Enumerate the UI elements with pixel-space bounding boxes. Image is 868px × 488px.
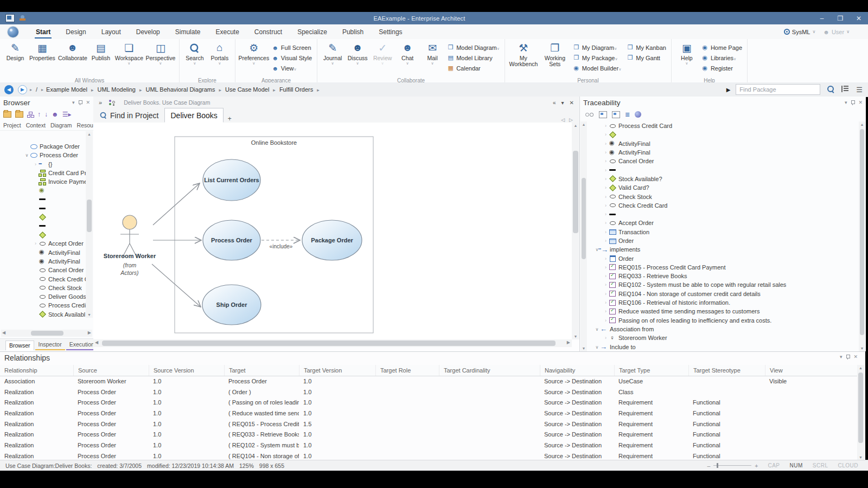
status-toggle[interactable]: CLOUD [838,463,858,468]
scroll-left-icon[interactable]: ◀ [95,340,98,345]
column-header[interactable]: Target Role [375,365,439,376]
expander-icon[interactable] [33,241,39,246]
ribbon-button[interactable]: Perspective [145,40,176,66]
tree-item[interactable]: Process Credit Card [588,121,859,130]
ribbon-tab[interactable]: Settings [371,24,410,39]
scrollbar-thumb[interactable] [582,178,586,259]
expander-icon[interactable] [603,220,609,226]
scroll-left-icon[interactable]: ◀ [2,330,5,335]
scrollbar-thumb[interactable] [573,151,578,233]
close-icon[interactable]: ✕ [858,100,863,105]
ribbon-small-button[interactable]: My Kanban [624,42,668,53]
hierarchy-icon[interactable] [27,112,34,117]
ribbon-small-button[interactable]: Libraries [699,53,744,63]
scroll-up-icon[interactable]: ▲ [857,366,864,370]
tree-item[interactable]: Accept Order [0,239,86,248]
ribbon-button[interactable]: Review [370,40,395,66]
nav-forward-button[interactable]: ▶ [18,85,27,94]
tree-item[interactable]: Storeroom Worker [588,333,859,342]
column-header[interactable]: Navigability [540,365,614,376]
diagram-tab[interactable]: Deliver Books [164,108,223,123]
column-header[interactable]: View [765,365,857,376]
ribbon-small-button[interactable]: Home Page [699,42,744,53]
sphere-icon[interactable] [635,111,641,118]
expander-icon[interactable] [603,291,609,297]
browser-tab[interactable]: Diagram [50,122,72,129]
column-header[interactable]: Target Stereotype [688,365,765,376]
browser-tab[interactable]: Context [26,122,46,129]
tree-item[interactable]: Valid Card? [588,183,859,192]
browser-tab[interactable]: Project [3,122,21,129]
ribbon-button[interactable]: Design [3,40,28,66]
expander-icon[interactable] [603,123,609,129]
column-header[interactable]: Source Version [149,365,224,376]
ribbon-tab[interactable]: Develop [129,24,168,39]
traceability-left-scrollbar[interactable]: ▲ ▼ [580,121,587,351]
tree-item[interactable]: Package Order [0,142,86,151]
ribbon-small-button[interactable]: Full Screen [270,42,314,53]
tree-item[interactable]: Accept Order [588,219,859,227]
ribbon-small-button[interactable]: Model Diagram [445,42,502,53]
collapse-left-icon[interactable]: » [99,99,102,106]
tab-scroll-left-icon[interactable]: ◁ [561,117,565,123]
expander-icon[interactable] [603,194,609,200]
tree-item[interactable] [0,186,86,195]
diagram-view-icon[interactable] [599,111,607,118]
ribbon-button[interactable]: My Workbench [508,40,539,72]
list-menu-icon[interactable]: ☰▸ [62,111,72,118]
tree-item[interactable]: Deliver Goods [0,292,86,301]
tree-item[interactable]: Check Credit C [0,274,86,283]
tree-item[interactable]: REQ106 - Retrieval of historic informati… [588,298,859,307]
tree-item[interactable]: Order [588,236,859,245]
column-header[interactable]: Source [73,365,149,376]
column-header[interactable]: Target Cardinality [439,365,540,376]
zoom-out-button[interactable]: – [707,463,710,469]
breadcrumb-root[interactable]: / [36,86,37,93]
status-toggle[interactable]: CAP [768,463,780,468]
close-button[interactable]: ✕ [850,12,868,24]
expander-icon[interactable] [603,168,609,173]
expander-icon[interactable] [603,318,609,323]
expander-icon[interactable] [603,211,609,217]
column-header[interactable]: Target Type [614,365,688,376]
scroll-down-icon[interactable]: ▼ [859,346,865,350]
tree-item[interactable]: ActivityFinal [0,248,86,257]
breadcrumb-item[interactable]: UML Behavioral Diagrams [146,86,226,93]
close-icon[interactable]: ✕ [570,100,574,106]
table-row[interactable]: RealizationProcess Order1.0( REQ102 - Sy… [0,440,857,451]
expander-icon[interactable] [594,344,600,350]
breadcrumb-item[interactable]: Use Case Model [225,86,279,93]
search-icon[interactable] [827,85,835,94]
tree-item[interactable]: Cancel Order [0,266,86,274]
ribbon-tab[interactable]: Start [28,24,58,39]
table-row[interactable]: RealizationProcess Order1.0( REQ104 - No… [0,451,857,460]
tree-item[interactable]: Check Stock [588,192,859,201]
tree-item[interactable]: Credit Card Pr [0,169,86,177]
diagram-canvas[interactable]: Online Bookstore «include» List Current … [93,123,572,339]
browser-horizontal-scrollbar[interactable]: ◀ ▶ [1,330,92,337]
tab-scroll-right-icon[interactable]: ▷ [569,117,573,123]
panel-menu-icon[interactable]: ▾ [845,100,847,105]
scroll-up-icon[interactable]: ▲ [572,124,579,127]
breadcrumb-item[interactable]: Example Model [46,86,97,93]
traceability-right-scrollbar[interactable]: ▲ ▼ [859,121,865,351]
panel-menu-icon[interactable]: ▾ [72,100,75,105]
run-icon[interactable]: ▶ [726,87,731,93]
tree-item[interactable]: implements [588,245,859,254]
ribbon-button[interactable]: Portals [207,40,232,66]
scroll-up-icon[interactable]: ▲ [86,132,93,136]
table-row[interactable]: RealizationProcess Order1.0( REQ033 - Re… [0,429,857,440]
dock-tab[interactable]: Browser [5,341,34,350]
tree-item[interactable]: REQ015 - Process Credit Card Payment [588,263,859,272]
dock-tab[interactable]: Inspector [35,340,65,350]
expander-icon[interactable] [603,150,609,155]
ribbon-tab[interactable]: Layout [94,24,129,39]
expander-icon[interactable] [603,265,609,270]
expander-icon[interactable] [603,335,609,341]
zoom-slider[interactable] [713,465,751,466]
tree-item[interactable] [0,230,86,239]
ribbon-button[interactable]: Collaborate [57,40,88,66]
scroll-down-icon[interactable]: ▼ [857,455,864,459]
expander-icon[interactable] [603,273,609,279]
tree-item[interactable]: Process Order [0,151,86,159]
